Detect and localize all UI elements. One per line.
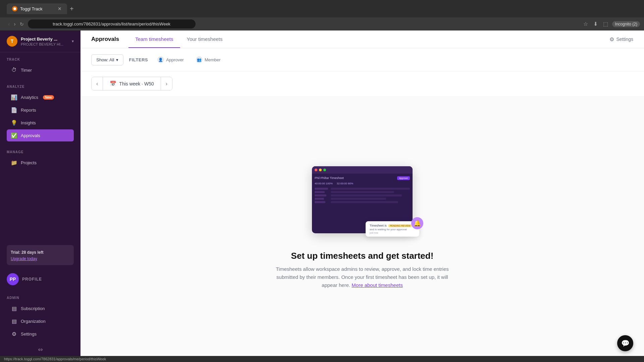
sidebar-item-reports[interactable]: 📄 Reports [7,104,74,116]
sidebar-item-approvals[interactable]: ✅ Approvals [7,129,74,141]
forward-button[interactable]: › [12,20,17,28]
subscription-label: Subscription [21,306,45,311]
analytics-label: Analytics [21,95,38,100]
project-sub: PROJECT BEVERLY HI... [21,42,68,46]
approvals-label: Approvals [21,133,40,138]
sidebar-header: T Project Beverly ... PROJECT BEVERLY HI… [0,31,80,52]
timer-label: Timer [21,68,32,73]
profile-label: PROFILE [22,277,42,282]
week-selector: ‹ 📅 This week · W50 › [91,77,172,90]
tab-close-button[interactable]: ✕ [58,6,62,11]
insights-icon: 💡 [11,119,17,126]
member-icon: 👥 [196,56,203,63]
tab-bar: Toggl Track ✕ + [7,3,637,14]
sidebar-item-organization[interactable]: ▤ Organization [7,315,74,327]
trial-box: Trial: 28 days left Upgrade today [7,245,74,265]
chat-fab-button[interactable]: 💬 [617,335,633,351]
projects-label: Projects [21,160,37,165]
main-content: Phil Philtar Timesheet Approve 40:00:00 … [80,96,644,356]
app: T Project Beverly ... PROJECT BEVERLY HI… [0,31,644,356]
trial-text: Trial: 28 days left [11,250,43,255]
show-filter-button[interactable]: Show: All ▾ [91,54,123,65]
browser-tab[interactable]: Toggl Track ✕ [7,3,67,14]
extend-button[interactable]: ⬚ [602,19,609,28]
analyze-section-label: ANALYZE [7,85,74,88]
prev-week-button[interactable]: ‹ [92,77,103,90]
empty-state-title: Set up timesheets and get started! [291,251,434,261]
illustration: Phil Philtar Timesheet Approve 40:00:00 … [309,163,416,240]
browser-actions: ☆ ⬇ ⬚ Incognito (2) [582,19,640,28]
browser-chrome: Toggl Track ✕ + [0,0,644,17]
tab-your-timesheets[interactable]: Your timesheets [180,31,229,48]
avatar: PP [7,273,19,285]
upgrade-link[interactable]: Upgrade today [11,256,70,261]
member-button[interactable]: 👥 Member [192,54,225,66]
sidebar-item-settings[interactable]: ⚙ Settings [7,328,74,340]
sidebar: T Project Beverly ... PROJECT BEVERLY HI… [0,31,80,356]
sidebar-profile-row: PP PROFILE [7,270,74,288]
tab-favicon [12,6,17,11]
sidebar-settings-icon: ⚙ [11,330,17,337]
subscription-icon: ▤ [11,305,17,312]
sidebar-item-subscription[interactable]: ▤ Subscription [7,302,74,314]
sidebar-item-analytics[interactable]: 📊 Analytics New [7,91,74,103]
sidebar-item-timer[interactable]: ⏱ Timer [7,64,74,76]
track-section-label: TRACK [7,58,74,61]
manage-section: MANAGE 📁 Projects [0,145,80,172]
main-content-area: Approvals Team timesheets Your timesheet… [80,31,644,356]
reports-label: Reports [21,108,36,113]
new-tab-button[interactable]: + [67,4,76,14]
approvals-icon: ✅ [11,132,17,139]
address-bar-row: ‹ › ↻ ☆ ⬇ ⬚ Incognito (2) [0,17,644,31]
approver-button[interactable]: 👤 Approver [153,54,188,66]
week-display: 📅 This week · W50 [103,77,161,90]
empty-state-description: Timesheets allow workspace admins to rev… [272,265,453,289]
calendar-icon: 📅 [110,80,116,87]
sidebar-logo: T [7,36,17,47]
project-name: Project Beverly ... [21,37,68,42]
insights-label: Insights [21,120,36,125]
page-title: Approvals [91,31,126,48]
settings-button[interactable]: ⚙ Settings [609,31,633,48]
illus-approve-btn: Approve [397,176,410,180]
sidebar-collapse: ⇔ [0,343,80,356]
illus-stat2: 32:00:00 80% [337,182,353,185]
collapse-button[interactable]: ⇔ [38,346,43,353]
admin-section-label: ADMIN [7,296,74,300]
tab-title: Toggl Track [20,6,42,11]
timer-icon: ⏱ [11,67,17,73]
main-tabs: Approvals Team timesheets Your timesheet… [91,31,633,48]
notification-bell-icon: 🔔 [411,217,423,229]
illus-stat1: 40:00:00 100% [315,182,333,185]
settings-gear-icon: ⚙ [609,36,614,43]
approver-icon: 👤 [157,56,164,63]
analyze-section: ANALYZE 📊 Analytics New 📄 Reports 💡 Insi… [0,79,80,145]
organization-label: Organization [21,319,46,324]
project-chevron-icon[interactable]: ▾ [72,39,74,44]
illus-title: Phil Philtar Timesheet [315,176,344,180]
more-about-timesheets-link[interactable]: More about timesheets [352,282,403,288]
week-navigation: ‹ 📅 This week · W50 › [80,71,644,96]
sidebar-item-insights[interactable]: 💡 Insights [7,117,74,129]
address-bar[interactable] [28,19,196,28]
tab-team-timesheets[interactable]: Team timesheets [128,31,180,48]
main-toolbar: Show: All ▾ FILTERS 👤 Approver 👥 Member [80,48,644,71]
next-week-button[interactable]: › [161,77,172,90]
reload-button[interactable]: ↻ [18,20,25,28]
sidebar-bottom: Trial: 28 days left Upgrade today PP PRO… [0,240,80,293]
sidebar-item-projects[interactable]: 📁 Projects [7,157,74,169]
back-button[interactable]: ‹ [7,20,11,28]
filters-button[interactable]: FILTERS [127,55,149,65]
analytics-new-badge: New [43,95,54,100]
collapse-section: ADMIN ▤ Subscription ▤ Organization ⚙ Se… [0,293,80,343]
download-button[interactable]: ⬇ [592,19,599,28]
bookmark-button[interactable]: ☆ [582,19,589,28]
projects-icon: 📁 [11,159,17,166]
manage-section-label: MANAGE [7,150,74,154]
status-url: https://track.toggl.com/7862831/approval… [4,357,106,361]
analytics-icon: 📊 [11,94,17,101]
track-section: TRACK ⏱ Timer [0,52,80,79]
empty-state: Phil Philtar Timesheet Approve 40:00:00 … [258,149,466,303]
sidebar-settings-label: Settings [21,331,37,337]
chevron-down-icon: ▾ [116,57,118,62]
